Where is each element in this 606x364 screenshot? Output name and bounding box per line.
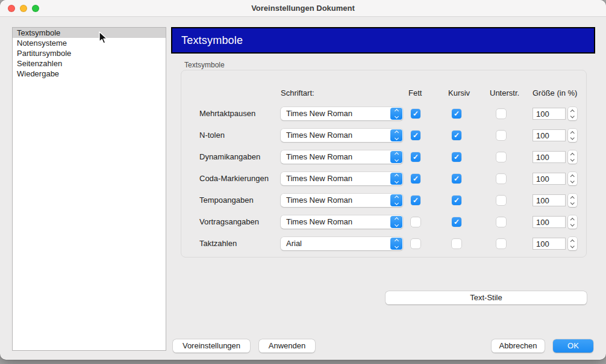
font-select-value: Times New Roman <box>286 215 352 229</box>
check-icon: ✓ <box>454 153 460 161</box>
italic-checkbox[interactable]: ✓ <box>452 109 461 119</box>
check-icon: ✓ <box>454 110 460 117</box>
size-input[interactable] <box>533 108 566 120</box>
font-select-value: Times New Roman <box>286 194 352 207</box>
popup-chevrons-icon <box>390 173 402 185</box>
bold-checkbox[interactable] <box>411 239 420 248</box>
font-select-value: Arial <box>286 237 302 250</box>
check-icon: ✓ <box>413 153 419 161</box>
row-label: Dynamikangaben <box>199 150 260 164</box>
title-bar: Voreinstellungen Dokument <box>0 0 606 17</box>
table-row: Mehrtaktpausen Times New Roman ✓ ✓ <box>0 107 606 120</box>
underline-checkbox[interactable] <box>496 239 506 248</box>
font-select[interactable]: Times New Roman <box>281 215 403 229</box>
bold-checkbox[interactable]: ✓ <box>411 196 420 205</box>
table-row: Coda-Markierungen Times New Roman ✓ ✓ <box>0 172 606 185</box>
popup-chevrons-icon <box>390 216 402 228</box>
underline-checkbox[interactable] <box>496 109 506 119</box>
check-icon: ✓ <box>454 175 460 182</box>
row-label: Tempoangaben <box>199 194 254 207</box>
size-input[interactable] <box>533 238 566 250</box>
check-icon: ✓ <box>454 218 460 226</box>
underline-checkbox[interactable] <box>496 217 506 227</box>
sidebar-item-textsymbole[interactable]: Textsymbole <box>13 28 166 38</box>
italic-checkbox[interactable] <box>452 239 461 248</box>
font-select[interactable]: Times New Roman <box>281 194 403 207</box>
row-label: Coda-Markierungen <box>199 172 269 185</box>
size-stepper[interactable] <box>568 129 577 142</box>
check-icon: ✓ <box>454 132 460 139</box>
window-title: Voreinstellungen Dokument <box>0 0 606 17</box>
size-stepper[interactable] <box>568 215 577 229</box>
column-header-italic: Kursiv <box>448 88 470 97</box>
column-header-bold: Fett <box>408 88 422 97</box>
font-select[interactable]: Times New Roman <box>281 172 403 185</box>
sidebar-item-notensysteme[interactable]: Notensysteme <box>13 38 166 48</box>
underline-checkbox[interactable] <box>496 152 506 162</box>
row-label: N-tolen <box>199 129 225 142</box>
italic-checkbox[interactable]: ✓ <box>452 196 461 205</box>
column-header-font: Schriftart: <box>281 88 314 97</box>
text-styles-button[interactable]: Text-Stile <box>386 291 587 304</box>
row-label: Mehrtaktpausen <box>199 107 255 120</box>
preferences-category-list: Textsymbole Notensysteme Partitursymbole… <box>12 27 166 351</box>
popup-chevrons-icon <box>390 194 402 206</box>
popup-chevrons-icon <box>390 129 402 141</box>
section-title: Textsymbole <box>172 34 243 47</box>
size-input[interactable] <box>533 151 566 163</box>
ok-button[interactable]: OK <box>553 339 593 353</box>
popup-chevrons-icon <box>390 108 402 120</box>
underline-checkbox[interactable] <box>496 196 506 205</box>
apply-button[interactable]: Anwenden <box>259 339 315 353</box>
italic-checkbox[interactable]: ✓ <box>452 217 461 227</box>
bold-checkbox[interactable] <box>411 217 420 227</box>
check-icon: ✓ <box>454 197 460 204</box>
row-label: Taktzahlen <box>199 237 237 250</box>
size-stepper[interactable] <box>568 194 577 207</box>
font-select-value: Times New Roman <box>286 129 352 142</box>
sidebar-item-wiedergabe[interactable]: Wiedergabe <box>13 69 166 79</box>
presets-button[interactable]: Voreinstellungen <box>173 339 250 353</box>
bold-checkbox[interactable]: ✓ <box>411 152 420 162</box>
size-input[interactable] <box>533 173 566 185</box>
popup-chevrons-icon <box>390 238 402 250</box>
font-select[interactable]: Arial <box>281 237 403 250</box>
column-header-underline: Unterstr. <box>490 88 519 97</box>
italic-checkbox[interactable]: ✓ <box>452 174 461 184</box>
font-select[interactable]: Times New Roman <box>281 129 403 142</box>
table-row: N-tolen Times New Roman ✓ ✓ <box>0 129 606 142</box>
size-stepper[interactable] <box>568 150 577 164</box>
font-select[interactable]: Times New Roman <box>281 107 403 120</box>
underline-checkbox[interactable] <box>496 174 506 184</box>
text-symbols-groupbox <box>181 70 587 258</box>
size-stepper[interactable] <box>568 172 577 185</box>
groupbox-label: Textsymbole <box>184 61 225 69</box>
size-stepper[interactable] <box>568 237 577 250</box>
size-input[interactable] <box>533 216 566 228</box>
size-input[interactable] <box>533 194 566 206</box>
preferences-window: Voreinstellungen Dokument Textsymbole No… <box>0 0 606 360</box>
check-icon: ✓ <box>413 175 419 182</box>
table-row: Vortragsangaben Times New Roman ✓ <box>0 215 606 229</box>
table-row: Tempoangaben Times New Roman ✓ ✓ <box>0 194 606 207</box>
italic-checkbox[interactable]: ✓ <box>452 131 461 140</box>
check-icon: ✓ <box>413 197 419 204</box>
size-stepper[interactable] <box>568 107 577 120</box>
column-header-size: Größe (in %) <box>533 88 577 97</box>
italic-checkbox[interactable]: ✓ <box>452 152 461 162</box>
cancel-button[interactable]: Abbrechen <box>492 339 545 353</box>
popup-chevrons-icon <box>390 151 402 163</box>
underline-checkbox[interactable] <box>496 131 506 140</box>
sidebar-item-seitenzahlen[interactable]: Seitenzahlen <box>13 58 166 69</box>
table-row: Dynamikangaben Times New Roman ✓ ✓ <box>0 150 606 164</box>
font-select[interactable]: Times New Roman <box>281 150 403 164</box>
size-input[interactable] <box>533 129 566 141</box>
font-select-value: Times New Roman <box>286 172 352 185</box>
bold-checkbox[interactable]: ✓ <box>411 174 420 184</box>
bold-checkbox[interactable]: ✓ <box>411 109 420 119</box>
sidebar-item-partitursymbole[interactable]: Partitursymbole <box>13 48 166 58</box>
check-icon: ✓ <box>413 132 419 139</box>
bold-checkbox[interactable]: ✓ <box>411 131 420 140</box>
section-header-banner: Textsymbole <box>171 27 595 54</box>
check-icon: ✓ <box>413 110 419 117</box>
